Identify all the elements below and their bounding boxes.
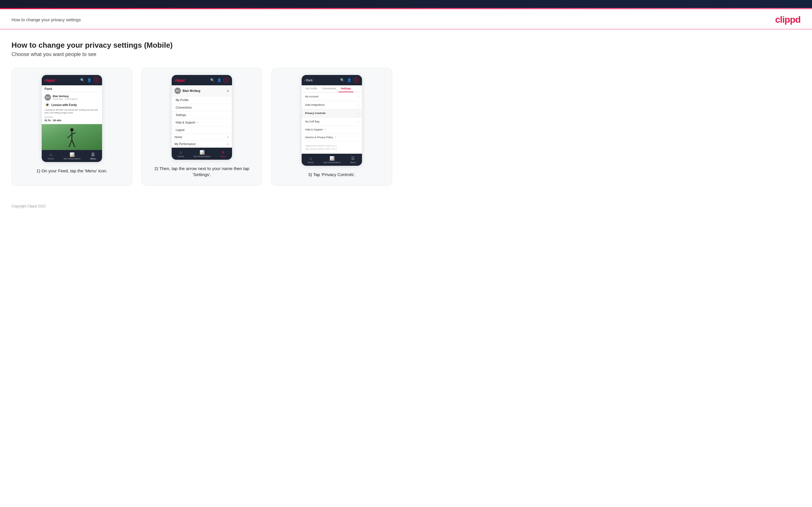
- menu-my-performance: My Performance ∨: [172, 141, 232, 148]
- step-1-card: clippd 🔍 👤 ⚙ Feed BM Blair McHarg: [11, 68, 132, 186]
- settings-my-account: My Account ›: [302, 93, 362, 101]
- feed-time: 01 hr : 30 min: [45, 119, 99, 122]
- nav-menu-2: ✕ Menu: [220, 150, 226, 158]
- phone-icons-1: 🔍 👤 ⚙: [80, 77, 99, 83]
- feed-lesson-row: 🎓 Lesson with Fordy: [45, 102, 99, 107]
- menu-my-profile: My Profile: [172, 97, 232, 104]
- tab-connections: Connections: [319, 85, 339, 92]
- step-1-phone: clippd 🔍 👤 ⚙ Feed BM Blair McHarg: [42, 75, 102, 162]
- feed-username: Blair McHarg: [53, 95, 78, 98]
- phone-icons-2: 🔍 👤 ⚙: [210, 77, 229, 83]
- step-3-card: ‹ Back 🔍 👤 ⚙ My Profile Connections Sett…: [271, 68, 392, 186]
- feed-avatar-row: BM Blair McHarg Yesterday · Sunningdale: [45, 94, 99, 101]
- menu-help-support: Help & Support ↗: [172, 119, 232, 126]
- search-icon-2: 🔍: [210, 77, 215, 83]
- golfer-svg: [65, 127, 79, 150]
- nav-home-2: ⌂ Home: [178, 150, 184, 158]
- menu-home: Home ∨: [172, 134, 232, 141]
- header-title: How to change your privacy settings: [11, 17, 81, 22]
- settings-data-integrations: Data Integrations ›: [302, 101, 362, 109]
- lesson-title: Lesson with Fordy: [51, 103, 77, 107]
- page-heading: How to change your privacy settings (Mob…: [11, 41, 801, 50]
- menu-chevron-up: ∧: [226, 89, 229, 93]
- step-3-caption: 3) Tap 'Privacy Controls'.: [308, 171, 356, 177]
- copyright: Copyright Clippd 2022: [11, 204, 46, 208]
- search-icon: 🔍: [80, 77, 85, 83]
- step-3-phone: ‹ Back 🔍 👤 ⚙ My Profile Connections Sett…: [302, 75, 362, 166]
- logo: clippd: [775, 14, 801, 25]
- svg-point-0: [70, 128, 73, 131]
- steps-row: clippd 🔍 👤 ⚙ Feed BM Blair McHarg: [11, 68, 801, 186]
- svg-line-4: [69, 140, 72, 147]
- settings-my-golf-bag: My Golf Bag ›: [302, 117, 362, 126]
- menu-connections: Connections: [172, 104, 232, 111]
- settings-back-bar: ‹ Back 🔍 👤 ⚙: [302, 75, 362, 85]
- footer: Copyright Clippd 2022: [0, 198, 812, 215]
- lesson-icon: 🎓: [45, 102, 50, 107]
- settings-tabs: My Profile Connections Settings: [302, 85, 362, 93]
- nav-menu-1: ☰ Menu: [90, 152, 96, 160]
- nav-home-3: ⌂ Home: [308, 156, 314, 164]
- feed-avatar: BM: [45, 94, 51, 101]
- nav-performance-2: 📊 My Performance: [194, 150, 210, 158]
- settings-service-privacy: Service & Privacy Policy ↗: [302, 133, 362, 141]
- menu-logout: Logout: [172, 126, 232, 134]
- search-icon-3: 🔍: [340, 77, 345, 83]
- phone-bottom-nav-2: ⌂ Home 📊 My Performance ✕ Menu: [172, 148, 232, 160]
- profile-icon-3: 👤: [347, 77, 352, 83]
- menu-drawer: My Profile Connections Settings Help & S…: [172, 97, 232, 148]
- nav-performance-1: 📊 My Performance: [63, 152, 81, 160]
- menu-settings: Settings: [172, 111, 232, 119]
- feed-duration-label: Duration: [45, 116, 99, 118]
- phone-nav-1: clippd 🔍 👤 ⚙: [42, 75, 102, 85]
- feed-tab: Feed: [42, 85, 102, 92]
- feed-golf-image: [42, 124, 102, 150]
- feed-desc: Looking to feel like my hands are exitin…: [45, 109, 99, 115]
- feed-post: BM Blair McHarg Yesterday · Sunningdale …: [42, 92, 102, 124]
- nav-menu-3: ☰ Menu: [350, 156, 356, 164]
- back-button: ‹ Back: [305, 79, 312, 82]
- settings-version: Clippd Client Version: 2022.8.3-3GQL Ser…: [302, 141, 362, 154]
- phone-logo-2: clippd: [174, 78, 185, 82]
- top-bar: [0, 0, 812, 8]
- settings-icon: ⚙: [94, 77, 99, 83]
- header: How to change your privacy settings clip…: [0, 9, 812, 29]
- phone-bottom-nav-1: ⌂ Home 📊 My Performance ☰ Menu: [42, 150, 102, 162]
- svg-line-3: [72, 133, 75, 134]
- phone-bottom-nav-3: ⌂ Home 📊 My Performance ☰ Menu: [302, 154, 362, 166]
- step-2-caption: 2) Then, tap the arrow next to your name…: [149, 165, 255, 177]
- feed-subtext: Yesterday · Sunningdale: [53, 98, 78, 100]
- step-2-phone: clippd 🔍 👤 ⚙ BM Blair McHarg ∧: [172, 75, 232, 160]
- menu-user-row: BM Blair McHarg ∧: [172, 85, 232, 97]
- tab-settings: Settings: [339, 85, 353, 92]
- profile-icon: 👤: [87, 77, 92, 83]
- step-2-card: clippd 🔍 👤 ⚙ BM Blair McHarg ∧: [142, 68, 262, 186]
- profile-icon-2: 👤: [216, 77, 222, 83]
- phone-logo-1: clippd: [45, 78, 55, 82]
- svg-line-5: [72, 140, 75, 147]
- svg-line-2: [67, 134, 72, 138]
- settings-list: My Account › Data Integrations › Privacy…: [302, 93, 362, 141]
- phone-nav-2: clippd 🔍 👤 ⚙: [172, 75, 232, 85]
- nav-home-1: ⌂ Home: [48, 152, 54, 160]
- menu-username: Blair McHarg: [183, 89, 200, 93]
- settings-icon-3: ⚙: [353, 77, 359, 83]
- settings-icon-2: ⚙: [223, 77, 229, 83]
- step-1-caption: 1) On your Feed, tap the 'Menu' icon.: [37, 168, 107, 174]
- tab-my-profile: My Profile: [303, 85, 319, 92]
- menu-avatar: BM: [174, 88, 181, 94]
- page-subheading: Choose what you want people to see: [11, 51, 801, 57]
- nav-performance-3: 📊 My Performance: [323, 156, 341, 164]
- main-content: How to change your privacy settings (Mob…: [0, 29, 812, 198]
- settings-help-support: Help & Support ↗: [302, 126, 362, 133]
- settings-privacy-controls: Privacy Controls ›: [302, 109, 362, 117]
- phone-icons-3: 🔍 👤 ⚙: [340, 77, 359, 83]
